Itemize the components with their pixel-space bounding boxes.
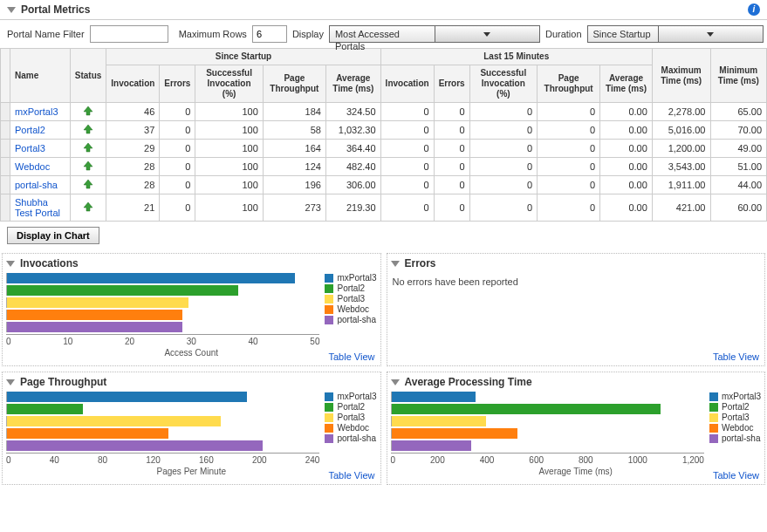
col-min[interactable]: Minimum Time (ms) — [710, 49, 767, 103]
legend-item: Webdoc — [325, 423, 376, 433]
axis-tick: 0 — [6, 337, 11, 346]
row-handle[interactable] — [1, 121, 10, 140]
collapse-icon[interactable] — [391, 379, 400, 385]
cell: 21 — [106, 194, 160, 222]
cell: 0 — [380, 194, 434, 222]
axis-tick: 10 — [63, 337, 72, 346]
cell: 421.00 — [652, 194, 710, 222]
status-up-icon — [83, 142, 93, 153]
cell: 0 — [434, 176, 469, 194]
portal-name-link[interactable]: Webdoc — [10, 158, 71, 176]
portal-name-filter-input[interactable] — [90, 25, 168, 43]
cell: 0 — [434, 158, 469, 176]
row-handle[interactable] — [1, 140, 10, 158]
chart-bar — [6, 416, 319, 426]
col-succ2[interactable]: Successful Invocation (%) — [469, 65, 537, 103]
col-page1[interactable]: Page Throughput — [263, 65, 325, 103]
display-in-chart-button[interactable]: Display in Chart — [7, 227, 99, 244]
row-handle[interactable] — [1, 194, 10, 222]
cell: 100 — [195, 121, 263, 140]
legend-label: Portal3 — [337, 413, 365, 422]
cell: 0.00 — [600, 158, 653, 176]
cell: 0 — [469, 176, 537, 194]
status-up-icon — [83, 106, 93, 116]
col-name[interactable]: Name — [10, 49, 71, 103]
table-view-link[interactable]: Table View — [329, 351, 375, 362]
collapse-icon[interactable] — [7, 7, 16, 13]
cell: 0 — [469, 140, 537, 158]
section-header: Portal Metrics i — [0, 0, 767, 20]
status-cell — [70, 103, 106, 121]
portal-name-link[interactable]: Portal3 — [10, 140, 71, 158]
cell: 3,543.00 — [652, 158, 710, 176]
portal-name-link[interactable]: Shubha Test Portal — [10, 194, 71, 222]
collapse-icon[interactable] — [6, 261, 15, 267]
panel-title: Page Throughput — [20, 376, 106, 388]
row-handle[interactable] — [1, 103, 10, 121]
col-err1[interactable]: Errors — [160, 65, 195, 103]
legend-label: portal-sha — [337, 433, 375, 443]
cell: 124 — [263, 158, 325, 176]
legend-swatch — [325, 403, 333, 412]
legend-item: portal-sha — [325, 315, 376, 324]
row-handle[interactable] — [1, 176, 10, 194]
cell: 184 — [263, 103, 325, 121]
table-view-link[interactable]: Table View — [329, 470, 375, 481]
table-row[interactable]: Shubha Test Portal210100273219.3000000.0… — [1, 194, 767, 222]
table-row[interactable]: portal-sha280100196306.0000000.001,911.0… — [1, 176, 767, 194]
col-avg1[interactable]: Average Time (ms) — [325, 65, 380, 103]
display-select[interactable]: Most Accessed Portals — [329, 25, 540, 43]
page-title: Portal Metrics — [21, 3, 90, 16]
cell: 100 — [195, 194, 263, 222]
col-status[interactable]: Status — [70, 49, 106, 103]
table-row[interactable]: mxPortal3460100184324.5000000.002,278.00… — [1, 103, 767, 121]
info-icon[interactable]: i — [748, 3, 760, 16]
cell: 0 — [160, 158, 195, 176]
table-row[interactable]: Portal3290100164364.4000000.001,200.0049… — [1, 140, 767, 158]
max-rows-input[interactable] — [252, 25, 287, 43]
legend-label: Webdoc — [337, 423, 369, 433]
chart-panels: Invocations 01020304050mxPortal3Portal2P… — [0, 249, 767, 488]
duration-select[interactable]: Since Startup — [587, 25, 764, 43]
col-avg2[interactable]: Average Time (ms) — [600, 65, 653, 103]
table-view-link[interactable]: Table View — [713, 470, 759, 481]
col-max[interactable]: Maximum Time (ms) — [652, 49, 710, 103]
col-err2[interactable]: Errors — [434, 65, 469, 103]
row-handle[interactable] — [1, 158, 10, 176]
status-cell — [70, 176, 106, 194]
cell: 0.00 — [600, 121, 653, 140]
legend-swatch — [325, 413, 333, 422]
cell: 51.00 — [710, 158, 767, 176]
cell: 2,278.00 — [652, 103, 710, 121]
chart-bar — [6, 285, 319, 296]
row-handle-col — [1, 49, 10, 103]
chevron-down-icon — [658, 26, 763, 42]
collapse-icon[interactable] — [6, 379, 15, 385]
legend-label: Portal3 — [337, 294, 365, 304]
portal-name-link[interactable]: Portal2 — [10, 121, 71, 140]
portal-name-link[interactable]: mxPortal3 — [10, 103, 71, 121]
cell: 0 — [469, 194, 537, 222]
table-view-link[interactable]: Table View — [713, 351, 759, 362]
col-inv2[interactable]: Invocation — [380, 65, 434, 103]
chart-legend: mxPortal3Portal2Portal3Webdocportal-sha — [325, 392, 376, 465]
col-succ1[interactable]: Successful Invocation (%) — [195, 65, 263, 103]
table-row[interactable]: Webdoc280100124482.4000000.003,543.0051.… — [1, 158, 767, 176]
cell: 0 — [538, 103, 600, 121]
legend-label: Portal3 — [722, 413, 750, 422]
axis-tick: 1,200 — [682, 455, 704, 465]
cell: 0 — [434, 194, 469, 222]
cell: 100 — [195, 176, 263, 194]
cell: 1,200.00 — [652, 140, 710, 158]
col-page2[interactable]: Page Throughput — [538, 65, 600, 103]
status-cell — [70, 158, 106, 176]
table-row[interactable]: Portal2370100581,032.3000000.005,016.007… — [1, 121, 767, 140]
axis-tick: 200 — [430, 455, 445, 465]
cell: 0 — [380, 158, 434, 176]
cell: 58 — [263, 121, 325, 140]
cell: 273 — [263, 194, 325, 222]
portal-name-link[interactable]: portal-sha — [10, 176, 71, 194]
col-inv1[interactable]: Invocation — [106, 65, 160, 103]
cell: 0 — [538, 194, 600, 222]
collapse-icon[interactable] — [391, 261, 400, 267]
